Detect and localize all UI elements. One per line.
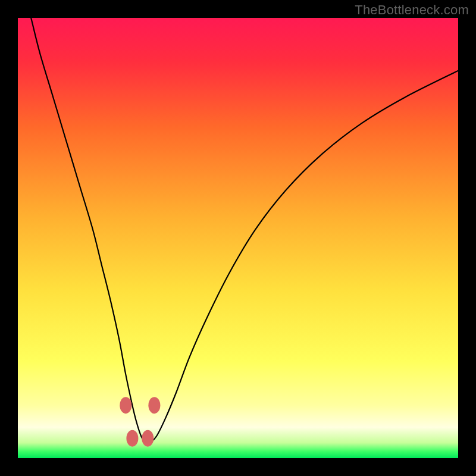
plot-area xyxy=(18,18,458,458)
curve-marker xyxy=(120,397,131,414)
curve-markers xyxy=(18,18,458,458)
curve-marker xyxy=(142,430,154,447)
watermark-text: TheBottleneck.com xyxy=(355,2,469,18)
curve-marker xyxy=(148,397,160,414)
curve-marker xyxy=(126,430,138,447)
chart-frame: TheBottleneck.com xyxy=(0,0,476,476)
